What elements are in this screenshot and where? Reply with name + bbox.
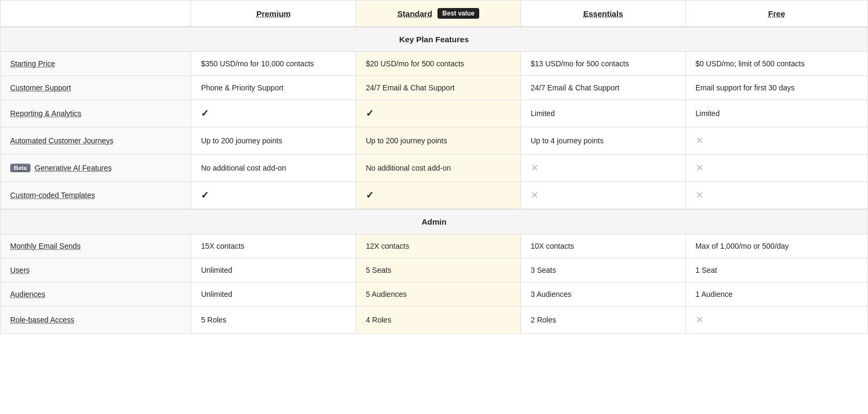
role-based-access-premium: 5 Roles bbox=[191, 306, 356, 334]
monthly-sends-label[interactable]: Monthly Email Sends bbox=[1, 234, 191, 258]
table-row: Users Unlimited 5 Seats 3 Seats 1 Seat bbox=[1, 258, 868, 282]
premium-label: Premium bbox=[256, 9, 291, 18]
automated-journeys-label[interactable]: Automated Customer Journeys bbox=[1, 127, 191, 155]
users-essentials: 3 Seats bbox=[520, 258, 685, 282]
monthly-sends-essentials: 10X contacts bbox=[520, 234, 685, 258]
table-row: Starting Price $350 USD/mo for 10,000 co… bbox=[1, 52, 868, 76]
audiences-label[interactable]: Audiences bbox=[1, 282, 191, 306]
essentials-column-header[interactable]: Essentials bbox=[520, 1, 685, 27]
users-premium: Unlimited bbox=[191, 258, 356, 282]
custom-templates-premium: ✓ bbox=[191, 182, 356, 210]
x-icon: ✕ bbox=[696, 315, 704, 325]
table-row: Custom-coded Templates ✓ ✓ ✕ ✕ bbox=[1, 182, 868, 210]
customer-support-essentials: 24/7 Email & Chat Support bbox=[520, 76, 685, 100]
starting-price-premium: $350 USD/mo for 10,000 contacts bbox=[191, 52, 356, 76]
table-row: Audiences Unlimited 5 Audiences 3 Audien… bbox=[1, 282, 868, 306]
customer-support-premium: Phone & Priority Support bbox=[191, 76, 356, 100]
reporting-analytics-essentials: Limited bbox=[520, 100, 685, 127]
reporting-analytics-free: Limited bbox=[685, 100, 867, 127]
users-label[interactable]: Users bbox=[1, 258, 191, 282]
monthly-sends-premium: 15X contacts bbox=[191, 234, 356, 258]
automated-journeys-free: ✕ bbox=[685, 127, 867, 155]
table-row: Beta Generative AI Features No additiona… bbox=[1, 155, 868, 182]
check-icon: ✓ bbox=[366, 108, 374, 119]
starting-price-essentials: $13 USD/mo for 500 contacts bbox=[520, 52, 685, 76]
automated-journeys-premium: Up to 200 journey points bbox=[191, 127, 356, 155]
reporting-analytics-premium: ✓ bbox=[191, 100, 356, 127]
users-standard: 5 Seats bbox=[356, 258, 521, 282]
generative-ai-standard: No additional cost add-on bbox=[356, 155, 521, 182]
starting-price-free: $0 USD/mo; limit of 500 contacts bbox=[685, 52, 867, 76]
feature-column-header bbox=[1, 1, 191, 27]
generative-ai-text: Generative AI Features bbox=[35, 164, 112, 172]
role-based-access-label[interactable]: Role-based Access bbox=[1, 306, 191, 334]
free-column-header[interactable]: Free bbox=[685, 1, 867, 27]
audiences-premium: Unlimited bbox=[191, 282, 356, 306]
premium-column-header[interactable]: Premium bbox=[191, 1, 356, 27]
reporting-analytics-standard: ✓ bbox=[356, 100, 521, 127]
audiences-standard: 5 Audiences bbox=[356, 282, 521, 306]
beta-badge: Beta bbox=[10, 164, 31, 172]
audiences-free: 1 Audience bbox=[685, 282, 867, 306]
check-icon: ✓ bbox=[201, 190, 209, 201]
generative-ai-premium: No additional cost add-on bbox=[191, 155, 356, 182]
table-row: Monthly Email Sends 15X contacts 12X con… bbox=[1, 234, 868, 258]
starting-price-label[interactable]: Starting Price bbox=[1, 52, 191, 76]
automated-journeys-essentials: Up to 4 journey points bbox=[520, 127, 685, 155]
role-based-access-standard: 4 Roles bbox=[356, 306, 521, 334]
standard-column-header[interactable]: Standard Best value bbox=[356, 1, 521, 27]
table-row: Role-based Access 5 Roles 4 Roles 2 Role… bbox=[1, 306, 868, 334]
custom-templates-free: ✕ bbox=[685, 182, 867, 210]
monthly-sends-free: Max of 1,000/mo or 500/day bbox=[685, 234, 867, 258]
starting-price-standard: $20 USD/mo for 500 contacts bbox=[356, 52, 521, 76]
section-admin: Admin bbox=[1, 209, 868, 234]
generative-ai-free: ✕ bbox=[685, 155, 867, 182]
customer-support-label[interactable]: Customer Support bbox=[1, 76, 191, 100]
reporting-analytics-label[interactable]: Reporting & Analytics bbox=[1, 100, 191, 127]
custom-templates-essentials: ✕ bbox=[520, 182, 685, 210]
x-icon: ✕ bbox=[531, 163, 539, 173]
customer-support-standard: 24/7 Email & Chat Support bbox=[356, 76, 521, 100]
audiences-essentials: 3 Audiences bbox=[520, 282, 685, 306]
section-admin-label: Admin bbox=[1, 209, 868, 234]
custom-templates-standard: ✓ bbox=[356, 182, 521, 210]
monthly-sends-standard: 12X contacts bbox=[356, 234, 521, 258]
role-based-access-free: ✕ bbox=[685, 306, 867, 334]
x-icon: ✕ bbox=[696, 190, 704, 201]
best-value-badge: Best value bbox=[437, 8, 479, 19]
free-label: Free bbox=[768, 9, 786, 18]
custom-templates-label[interactable]: Custom-coded Templates bbox=[1, 182, 191, 210]
essentials-label: Essentials bbox=[583, 9, 623, 18]
x-icon: ✕ bbox=[531, 190, 539, 201]
standard-label: Standard bbox=[397, 9, 432, 18]
x-icon: ✕ bbox=[696, 163, 704, 173]
users-free: 1 Seat bbox=[685, 258, 867, 282]
automated-journeys-standard: Up to 200 journey points bbox=[356, 127, 521, 155]
check-icon: ✓ bbox=[366, 190, 374, 201]
section-header-label: Key Plan Features bbox=[1, 27, 868, 52]
generative-ai-label[interactable]: Beta Generative AI Features bbox=[1, 155, 191, 182]
table-row: Customer Support Phone & Priority Suppor… bbox=[1, 76, 868, 100]
table-row: Reporting & Analytics ✓ ✓ Limited Limite… bbox=[1, 100, 868, 127]
x-icon: ✕ bbox=[696, 135, 704, 146]
check-icon: ✓ bbox=[201, 108, 209, 119]
role-based-access-essentials: 2 Roles bbox=[520, 306, 685, 334]
table-row: Automated Customer Journeys Up to 200 jo… bbox=[1, 127, 868, 155]
section-key-plan-features: Key Plan Features bbox=[1, 27, 868, 52]
customer-support-free: Email support for first 30 days bbox=[685, 76, 867, 100]
generative-ai-essentials: ✕ bbox=[520, 155, 685, 182]
